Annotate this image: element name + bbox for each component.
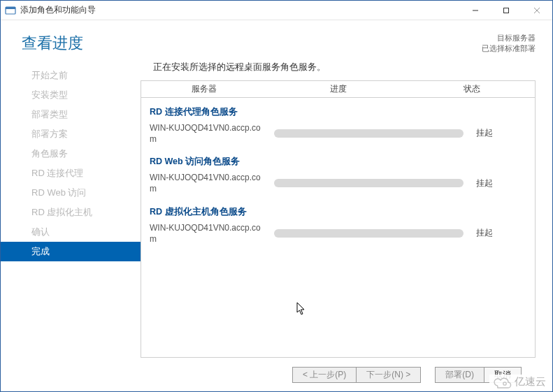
sidebar-item-install-type: 安装类型 — [1, 85, 141, 105]
service-title: RD 连接代理角色服务 — [150, 102, 526, 122]
watermark-text: 亿速云 — [515, 375, 546, 389]
content: 正在安装所选择的远程桌面服务角色服务。 服务器 进度 状态 RD 连接代理角色服… — [141, 61, 536, 358]
nav-button-group: < 上一步(P) 下一步(N) > — [292, 367, 421, 383]
window-title: 添加角色和功能向导 — [20, 4, 96, 16]
header-target-info: 目标服务器 已选择标准部署 — [482, 33, 536, 55]
next-button[interactable]: 下一步(N) > — [357, 367, 421, 383]
page-title: 查看进度 — [22, 33, 83, 54]
sidebar-item-rd-virtualization: RD 虚拟化主机 — [1, 203, 141, 222]
sidebar-item-before-you-begin: 开始之前 — [1, 66, 141, 85]
service-server: WIN-KUJOQD41VN0.accp.com — [150, 222, 267, 245]
svg-rect-1 — [6, 7, 15, 9]
watermark: 亿速云 — [489, 375, 549, 389]
sidebar-item-complete[interactable]: 完成 — [1, 242, 141, 261]
service-status: 挂起 — [471, 227, 526, 239]
header: 查看进度 目标服务器 已选择标准部署 — [1, 20, 552, 61]
close-button[interactable] — [522, 1, 552, 20]
column-header-row: 服务器 进度 状态 — [141, 81, 535, 98]
service-status: 挂起 — [471, 177, 526, 189]
progress-bar — [274, 129, 464, 138]
service-server: WIN-KUJOQD41VN0.accp.com — [150, 172, 267, 194]
service-title: RD 虚拟化主机角色服务 — [150, 202, 526, 222]
service-row: WIN-KUJOQD41VN0.accp.com 挂起 — [150, 122, 526, 152]
progress-bar — [274, 179, 464, 187]
minimize-button[interactable] — [460, 1, 491, 20]
column-status: 状态 — [409, 81, 535, 97]
sidebar-item-confirm: 确认 — [1, 222, 141, 242]
services-list: RD 连接代理角色服务 WIN-KUJOQD41VN0.accp.com 挂起 … — [141, 98, 535, 252]
app-icon — [5, 5, 16, 16]
column-server: 服务器 — [141, 81, 267, 97]
target-server-label: 目标服务器 — [482, 33, 536, 43]
titlebar: 添加角色和功能向导 — [1, 1, 552, 20]
cloud-icon — [492, 376, 512, 389]
target-server-value: 已选择标准部署 — [482, 43, 536, 54]
body: 开始之前 安装类型 部署类型 部署方案 角色服务 RD 连接代理 RD Web … — [1, 61, 552, 358]
deploy-button[interactable]: 部署(D) — [435, 367, 484, 383]
service-progress — [267, 129, 471, 138]
progress-pane: 服务器 进度 状态 RD 连接代理角色服务 WIN-KUJOQD41VN0.ac… — [141, 80, 536, 358]
column-progress: 进度 — [267, 81, 409, 97]
service-row: WIN-KUJOQD41VN0.accp.com 挂起 — [150, 172, 526, 201]
service-progress — [267, 229, 471, 238]
sidebar: 开始之前 安装类型 部署类型 部署方案 角色服务 RD 连接代理 RD Web … — [1, 61, 141, 358]
svg-rect-3 — [504, 8, 509, 13]
cursor-icon — [296, 302, 306, 318]
previous-button[interactable]: < 上一步(P) — [292, 367, 357, 383]
service-row: WIN-KUJOQD41VN0.accp.com 挂起 — [150, 222, 526, 252]
service-status: 挂起 — [471, 127, 526, 139]
intro-text: 正在安装所选择的远程桌面服务角色服务。 — [141, 61, 536, 80]
sidebar-item-rd-web: RD Web 访问 — [1, 183, 141, 203]
service-progress — [267, 179, 471, 187]
wizard-window: 添加角色和功能向导 查看进度 目标服务器 已选择标准部署 开始之前 安装类型 部… — [0, 0, 553, 392]
progress-bar — [274, 229, 464, 238]
window-controls — [460, 1, 552, 20]
sidebar-item-role-services: 角色服务 — [1, 144, 141, 164]
sidebar-item-rd-broker: RD 连接代理 — [1, 164, 141, 183]
footer: < 上一步(P) 下一步(N) > 部署(D) 取消 — [1, 358, 552, 391]
svg-point-6 — [503, 382, 506, 384]
sidebar-item-deploy-type: 部署类型 — [1, 105, 141, 124]
sidebar-item-deploy-scenario: 部署方案 — [1, 124, 141, 144]
maximize-button[interactable] — [491, 1, 522, 20]
service-title: RD Web 访问角色服务 — [150, 152, 526, 172]
service-server: WIN-KUJOQD41VN0.accp.com — [150, 122, 267, 145]
